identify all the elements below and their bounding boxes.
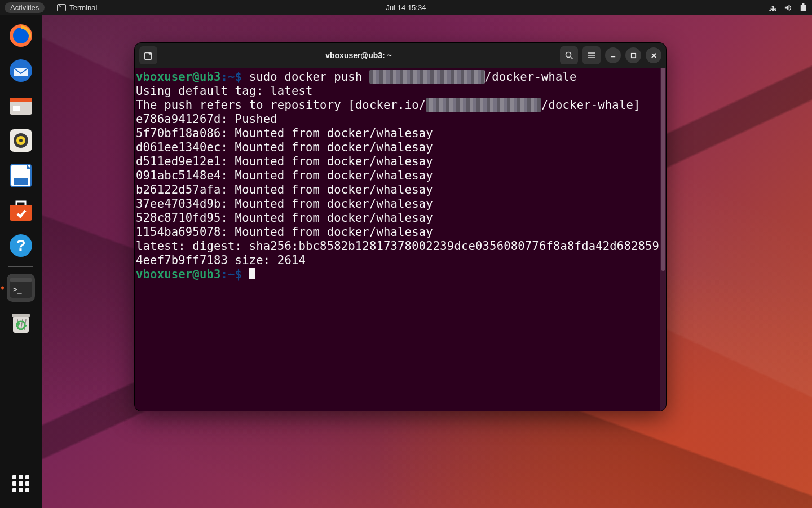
svg-rect-23: [12, 314, 30, 317]
dock-trash[interactable]: [7, 309, 35, 337]
help-icon: ?: [8, 233, 33, 258]
dock-app-thunderbird[interactable]: [7, 56, 35, 85]
terminal-title: vboxuser@ub3: ~: [157, 51, 560, 60]
terminal-scrollbar[interactable]: [660, 68, 666, 411]
minimize-icon: [610, 52, 616, 59]
terminal-titlebar: vboxuser@ub3: ~: [135, 43, 666, 68]
system-tray[interactable]: [769, 3, 807, 12]
thunderbird-icon: [8, 58, 33, 83]
dock-app-libreoffice-writer[interactable]: [7, 161, 35, 190]
network-icon: [769, 3, 777, 12]
files-icon: [8, 94, 33, 117]
terminal-icon: [57, 4, 66, 11]
dock-app-help[interactable]: ?: [7, 231, 35, 260]
apps-grid-icon: [12, 475, 29, 492]
new-tab-button[interactable]: [139, 46, 157, 64]
dock-app-firefox[interactable]: [7, 21, 35, 50]
search-icon: [564, 51, 573, 60]
terminal-window: vboxuser@ub3: ~ vboxuser@ub3:~$ sudo doc…: [135, 43, 666, 411]
svg-text:?: ?: [16, 237, 25, 254]
svg-rect-15: [14, 178, 28, 185]
svg-rect-16: [10, 205, 32, 221]
terminal-output: vboxuser@ub3:~$ sudo docker push xxxxxxx…: [135, 68, 666, 282]
dock-app-files[interactable]: [7, 91, 35, 120]
svg-text:>_: >_: [13, 285, 22, 294]
gnome-top-panel: Activities Terminal Jul 14 15:34: [0, 0, 812, 15]
active-app-label: Terminal: [69, 3, 97, 12]
close-icon: [651, 52, 657, 59]
svg-rect-8: [13, 106, 20, 111]
svg-rect-20: [10, 278, 32, 282]
maximize-icon: [630, 52, 637, 59]
minimize-button[interactable]: [605, 47, 621, 63]
trash-icon: [10, 310, 32, 335]
svg-point-26: [566, 52, 571, 58]
close-button[interactable]: [646, 47, 661, 63]
svg-point-12: [19, 139, 23, 142]
svg-rect-27: [631, 53, 635, 57]
dock-app-terminal[interactable]: >_: [7, 274, 35, 302]
software-icon: [8, 199, 33, 222]
activities-button[interactable]: Activities: [5, 2, 45, 13]
firefox-icon: [8, 23, 33, 48]
dock-app-rhythmbox[interactable]: [7, 126, 35, 155]
maximize-button[interactable]: [625, 47, 641, 63]
hamburger-icon: [587, 51, 596, 60]
clock[interactable]: Jul 14 15:34: [386, 3, 426, 12]
svg-rect-22: [13, 316, 29, 333]
svg-rect-7: [10, 98, 32, 102]
terminal-icon: >_: [8, 277, 33, 299]
dock-separator: [8, 266, 33, 267]
battery-icon: [799, 3, 807, 12]
svg-rect-25: [144, 52, 151, 59]
show-applications-button[interactable]: [7, 470, 35, 498]
new-tab-icon: [144, 51, 153, 60]
rhythmbox-icon: [8, 128, 33, 153]
search-button[interactable]: [560, 46, 578, 64]
ubuntu-dock: ? >_: [0, 15, 42, 508]
terminal-cursor: [249, 268, 255, 279]
hamburger-menu-button[interactable]: [582, 46, 601, 64]
active-app-menu[interactable]: Terminal: [57, 3, 97, 12]
terminal-body[interactable]: vboxuser@ub3:~$ sudo docker push xxxxxxx…: [135, 68, 666, 411]
libreoffice-writer-icon: [10, 163, 32, 188]
svg-point-1: [772, 9, 774, 11]
volume-icon: [784, 3, 792, 12]
dock-app-ubuntu-software[interactable]: [7, 196, 35, 225]
